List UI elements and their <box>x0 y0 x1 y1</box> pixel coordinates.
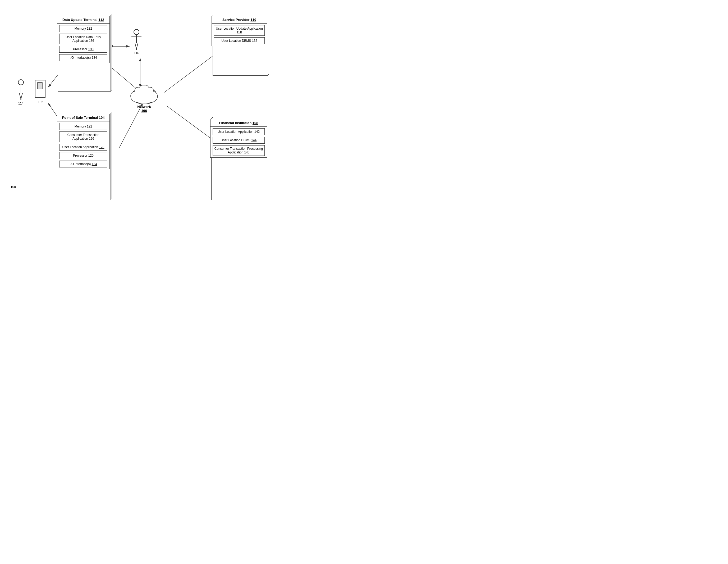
person-114-arms <box>16 87 26 87</box>
sp-row-0: User Location Update Application 150 <box>214 25 265 36</box>
data-update-terminal-ref: 112 <box>98 18 104 22</box>
fi-row-2: Consumer Transaction Processing Applicat… <box>213 145 265 156</box>
kiosk-102: 102 <box>34 79 47 104</box>
pos-ref: 104 <box>99 116 105 120</box>
sp-row-1: User Location DBMS 152 <box>214 37 265 44</box>
dut-row-1: User Location Data Entry Application 136 <box>59 34 107 44</box>
data-update-terminal-stack: Data Update Terminal 112 Memory 132 User… <box>57 16 110 63</box>
diagram-container: Data Update Terminal 112 Memory 132 User… <box>0 0 291 225</box>
dut-row-0: Memory 132 <box>59 25 107 32</box>
sp-title: Service Provider 110 <box>212 16 267 24</box>
dut-row-2: Processor 130 <box>59 46 107 53</box>
pos-row-4: I/O Interface(s) 124 <box>59 160 107 167</box>
pos-row-1: Consumer Transaction Application 126 <box>59 131 107 142</box>
person-114-label: 114 <box>18 102 24 105</box>
ref100-label: 100 <box>11 185 16 189</box>
service-provider-box: Service Provider 110 User Location Updat… <box>212 16 267 46</box>
financial-institution-stack: Financial Institution 108 User Location … <box>210 119 267 158</box>
point-of-sale-terminal-box: Point of Sale Terminal 104 Memory 122 Co… <box>57 114 110 169</box>
person-116-arms <box>131 36 141 37</box>
fi-row-1: User Location DBMS 144 <box>213 137 265 144</box>
person-116-head <box>134 29 139 35</box>
person-114-leg-right <box>20 93 23 100</box>
fi-ref: 108 <box>253 121 258 125</box>
dut-row-3: I/O Interface(s) 134 <box>59 54 107 61</box>
network-cloud: Network 106 <box>127 82 161 113</box>
financial-institution-box: Financial Institution 108 User Location … <box>210 119 267 158</box>
pos-row-3: Processor 120 <box>59 152 107 159</box>
person-114-head <box>18 79 24 85</box>
network-cloud-svg <box>127 82 161 106</box>
pos-title: Point of Sale Terminal 104 <box>57 114 109 121</box>
person-114: 114 <box>18 79 24 105</box>
svg-rect-19 <box>38 82 42 89</box>
network-ref: 106 <box>141 109 147 113</box>
person-114-legs <box>19 93 23 100</box>
service-provider-stack: Service Provider 110 User Location Updat… <box>212 16 267 46</box>
person-116-body <box>136 35 137 43</box>
data-update-terminal-title: Data Update Terminal 112 <box>57 16 109 24</box>
sp-ref: 110 <box>250 18 256 22</box>
data-update-terminal-box: Data Update Terminal 112 Memory 132 User… <box>57 16 110 63</box>
pos-row-2: User Location Application 128 <box>59 144 107 150</box>
person-116-legs <box>135 43 138 50</box>
kiosk-label: 102 <box>34 100 47 104</box>
svg-line-8 <box>167 106 217 143</box>
person-114-body <box>21 85 21 93</box>
fi-row-0: User Location Application 142 <box>213 128 265 135</box>
person-116: 116 <box>134 29 139 55</box>
person-116-label: 116 <box>134 51 139 55</box>
svg-line-7 <box>164 53 217 93</box>
kiosk-svg <box>34 79 47 99</box>
network-label: Network 106 <box>127 105 161 113</box>
point-of-sale-terminal-stack: Point of Sale Terminal 104 Memory 122 Co… <box>57 114 110 169</box>
fi-title: Financial Institution 108 <box>210 119 267 127</box>
person-116-leg-right <box>136 43 138 50</box>
pos-row-0: Memory 122 <box>59 123 107 130</box>
